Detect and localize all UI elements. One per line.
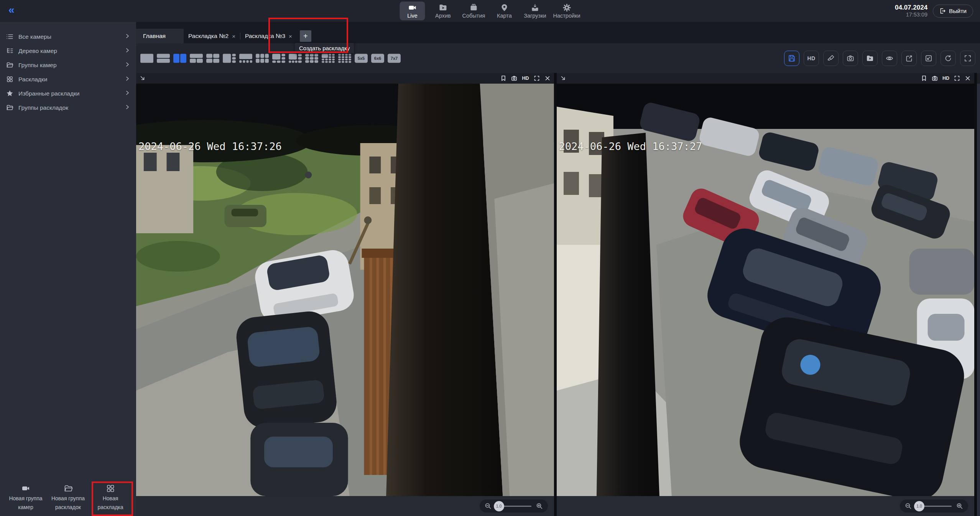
sidebar-item-camera-tree[interactable]: Дерево камер [0, 44, 136, 58]
create-layout-tooltip: Создать раскладку [295, 43, 354, 53]
folder-icon [64, 484, 73, 493]
sidebar-item-all-cameras[interactable]: Все камеры [0, 30, 136, 44]
camera-video-2[interactable]: 2024-06-26 Wed 16:37:27 [557, 84, 975, 496]
bookmark-icon[interactable] [921, 75, 927, 81]
new-layout-button[interactable]: Новая раскладка [90, 484, 131, 511]
sidebar-item-layout-groups[interactable]: Группы раскладок [0, 101, 136, 115]
layout-7x7-icon[interactable]: 7x7 [387, 53, 401, 63]
nav-map[interactable]: Карта [492, 2, 517, 20]
hd-badge[interactable]: HD [522, 76, 529, 81]
layout-1plus2-icon[interactable] [189, 53, 203, 63]
tab-home[interactable]: Главная [136, 29, 184, 43]
eye-icon [886, 54, 893, 62]
camera-tile-2[interactable]: HD [557, 73, 975, 516]
sidebar-item-label: Группы раскладок [18, 104, 68, 111]
logout-button[interactable]: Выйти [933, 5, 973, 18]
share-layout-button[interactable] [901, 51, 917, 66]
bookmark-icon[interactable] [500, 75, 506, 81]
top-bar: « Live Архив События Карта Загрузки [0, 0, 980, 22]
layout-1plus5-icon[interactable] [272, 53, 286, 63]
fullscreen-button[interactable] [960, 51, 975, 66]
fit-resize-button[interactable] [921, 51, 936, 66]
nav-live[interactable]: Live [400, 2, 425, 20]
layout-1plus7-icon[interactable] [288, 53, 302, 63]
close-tab-icon[interactable]: × [289, 33, 292, 40]
sidebar-list: Все камеры Дерево камер Группы камер Рас… [0, 22, 136, 115]
layout-1plus3-icon[interactable] [222, 53, 236, 63]
sidebar-item-label: Группы камер [18, 62, 57, 69]
zoom-slider-handle[interactable]: 1.0 [914, 501, 924, 511]
zoom-out-icon[interactable] [905, 503, 912, 509]
export-icon [905, 54, 913, 62]
chevron-right-icon [125, 48, 130, 54]
snapshot-icon[interactable] [511, 75, 517, 81]
nav-archive[interactable]: Архив [430, 2, 455, 20]
tab-label: Раскладка №3 [245, 33, 285, 40]
refresh-button[interactable] [941, 51, 956, 66]
tile-fullscreen-icon[interactable] [954, 75, 960, 81]
clear-layout-button[interactable] [823, 51, 839, 66]
zoom-slider[interactable]: 1.0 [496, 506, 531, 507]
zoom-in-icon[interactable] [956, 503, 963, 509]
open-archive-button[interactable] [862, 51, 878, 66]
nav-events[interactable]: События [461, 2, 486, 20]
nav-label: Live [407, 13, 418, 19]
next-tile-header-edge [977, 73, 980, 84]
layout-tabs: Главная Раскладка №2 × Раскладка №3 × + [136, 22, 980, 43]
layout-2rows-icon[interactable] [156, 53, 170, 63]
sidebar-collapse-icon[interactable]: « [8, 4, 14, 16]
button-label-line: Новая [103, 495, 118, 502]
star-icon [6, 90, 13, 97]
svg-text:6x6: 6x6 [374, 56, 381, 61]
layout-1x1-icon[interactable] [140, 53, 154, 63]
refresh-icon [944, 54, 952, 62]
folder-icon [6, 61, 13, 69]
tab-layout-3[interactable]: Раскладка №3 × [240, 29, 297, 43]
zoom-out-icon[interactable] [485, 503, 492, 509]
camera-icon [847, 54, 854, 62]
close-tile-icon[interactable] [965, 75, 971, 81]
layout-1plus12-icon[interactable] [321, 53, 335, 63]
tab-layout-2[interactable]: Раскладка №2 × [184, 29, 240, 43]
snapshot-icon[interactable] [932, 75, 938, 81]
hd-badge[interactable]: HD [942, 76, 949, 81]
sidebar-item-favorite-layouts[interactable]: Избранные раскладки [0, 86, 136, 101]
screenshot-button[interactable] [843, 51, 858, 66]
layout-5x5-icon[interactable]: 5x5 [354, 53, 368, 63]
close-tile-icon[interactable] [544, 75, 551, 81]
digital-zoom-control: 1.0 [480, 500, 548, 513]
layout-2cols-icon[interactable] [173, 53, 187, 63]
layout-1plus4-icon[interactable] [239, 53, 253, 63]
expand-corner-icon[interactable] [560, 75, 566, 81]
videocam-icon [408, 3, 416, 12]
nav-settings[interactable]: Настройки [553, 2, 580, 20]
add-layout-tab-button[interactable]: + [300, 30, 311, 42]
sidebar-item-camera-groups[interactable]: Группы камер [0, 58, 136, 72]
zoom-in-icon[interactable] [536, 503, 543, 509]
close-tab-icon[interactable]: × [232, 33, 235, 40]
new-layout-group-button[interactable]: Новая группа раскладок [48, 484, 89, 511]
tile-fullscreen-icon[interactable] [534, 75, 540, 81]
view-mode-button[interactable] [882, 51, 897, 66]
folder-icon [6, 104, 13, 111]
save-layout-button[interactable] [784, 51, 799, 66]
layout-4x4-icon[interactable] [338, 53, 352, 63]
layout-2x2-icon[interactable] [206, 53, 220, 63]
hd-quality-button[interactable]: HD [804, 51, 819, 66]
sidebar-item-layouts[interactable]: Раскладки [0, 72, 136, 86]
layout-3x3-icon[interactable] [305, 53, 319, 63]
zoom-slider[interactable]: 1.0 [916, 506, 952, 507]
digital-zoom-control: 1.0 [900, 500, 968, 513]
new-camera-group-button[interactable]: Новая группа камер [5, 484, 46, 511]
topbar-right: 04.07.2024 17:53:09 Выйти [895, 0, 973, 22]
zoom-slider-handle[interactable]: 1.0 [494, 501, 504, 511]
logout-icon [939, 8, 946, 14]
camera-tile-1[interactable]: HD [136, 73, 554, 516]
camera-video-1[interactable]: 2024-06-26 Wed 16:37:26 [136, 84, 554, 496]
resize-icon [925, 54, 932, 62]
nav-downloads[interactable]: Загрузки [522, 2, 548, 20]
layout-3x2-icon[interactable] [255, 53, 269, 63]
brush-icon [827, 54, 835, 62]
expand-corner-icon[interactable] [140, 75, 146, 81]
layout-6x6-icon[interactable]: 6x6 [371, 53, 385, 63]
